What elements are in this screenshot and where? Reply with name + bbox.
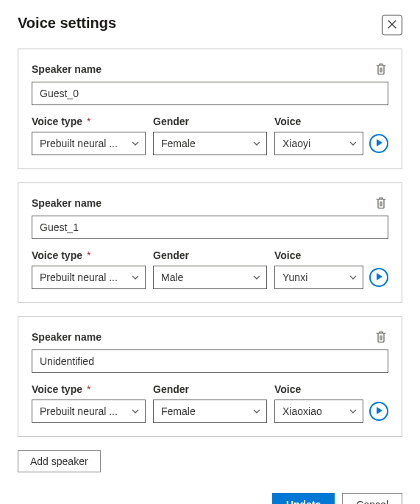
voice-select[interactable]: Yunxi [274,266,363,289]
voice-select[interactable]: Xiaoxiao [274,400,363,423]
voice-type-label: Voice type [32,383,82,395]
close-icon [387,19,397,32]
voice-label: Voice [274,383,301,395]
voice-type-select[interactable]: Prebuilt neural ... [32,132,146,155]
speaker-name-input[interactable] [32,349,388,373]
delete-speaker-button[interactable] [374,195,388,211]
required-marker: * [84,249,90,261]
gender-select[interactable]: Female [153,400,267,423]
play-voice-button[interactable] [369,402,388,421]
trash-icon [375,63,387,76]
gender-label: Gender [153,249,189,261]
speaker-name-input[interactable] [32,82,388,105]
trash-icon [375,196,387,210]
update-button[interactable]: Update [272,493,335,504]
speaker-name-label: Speaker name [32,331,102,343]
speaker-card: Speaker name Voice type * Prebuilt neura… [18,316,402,437]
delete-speaker-button[interactable] [374,329,388,345]
play-icon [374,272,383,283]
voice-type-label: Voice type [32,249,82,261]
play-icon [374,138,383,149]
voice-select[interactable]: Xiaoyi [274,132,363,155]
play-voice-button[interactable] [369,268,388,287]
voice-label: Voice [274,249,301,261]
gender-select[interactable]: Female [153,132,267,155]
page-title: Voice settings [18,15,116,32]
speaker-card: Speaker name Voice type * Prebuilt neura… [18,182,402,303]
play-voice-button[interactable] [369,134,388,153]
add-speaker-button[interactable]: Add speaker [18,450,101,472]
trash-icon [375,330,387,344]
speaker-card: Speaker name Voice type * Prebuilt neura… [18,49,402,169]
voice-type-select[interactable]: Prebuilt neural ... [32,400,146,423]
close-button[interactable] [382,15,402,35]
voice-label: Voice [274,116,301,127]
required-marker: * [84,383,90,395]
play-icon [374,406,383,417]
voice-type-select[interactable]: Prebuilt neural ... [32,266,146,289]
speaker-name-label: Speaker name [32,197,102,209]
gender-select[interactable]: Male [153,266,267,289]
speaker-name-label: Speaker name [32,63,102,75]
speaker-name-input[interactable] [32,216,388,239]
gender-label: Gender [153,116,189,127]
required-marker: * [84,116,90,127]
delete-speaker-button[interactable] [374,61,388,77]
voice-type-label: Voice type [32,116,82,127]
cancel-button[interactable]: Cancel [342,493,402,504]
gender-label: Gender [153,383,189,395]
